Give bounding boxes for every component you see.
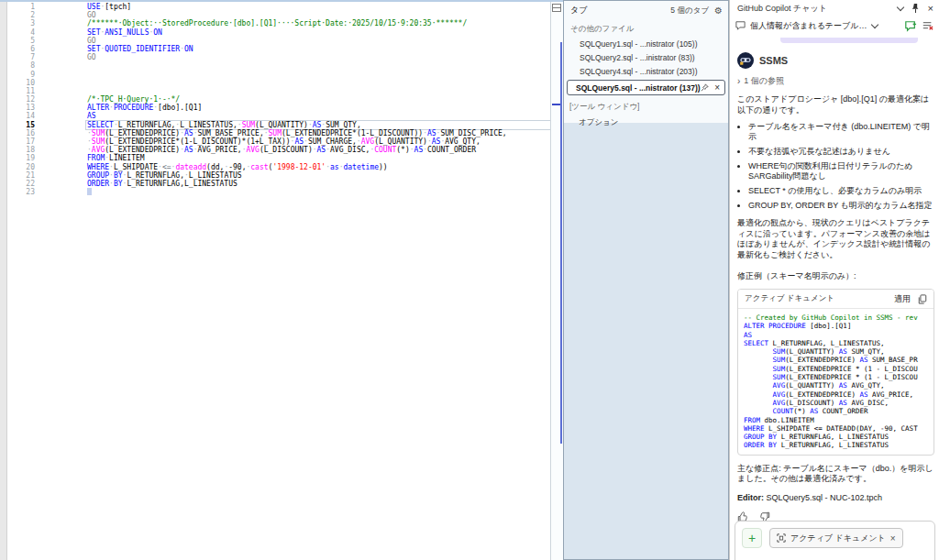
chat-history-dropdown[interactable]: 個人情報が含まれるテーブルはありますか？ [730, 16, 939, 35]
tabs-panel: タブ 5 個のタブ ⚙ その他のファイル SQLQuery1.sql - ...… [563, 0, 729, 560]
bullet-item: 不要な括弧や冗長な記述はありません [748, 147, 934, 157]
tab-item-options[interactable]: オプション [564, 115, 728, 131]
code-line: SELECT L_RETURNFLAG, L_LINESTATUS, [744, 339, 928, 347]
code-line: USE·[tpch] [87, 3, 507, 11]
pin-icon[interactable] [911, 4, 920, 13]
code-lines[interactable]: USE·[tpch]GO/******·Object:··StoredProce… [87, 3, 507, 196]
line-number: 4 [8, 28, 35, 37]
code-line: ALTER PROCEDURE [dbo].[Q1] [744, 322, 928, 330]
code-line: ·SUM(L_EXTENDEDPRICE)·AS·SUM_BASE_PRICE,… [87, 129, 507, 137]
active-document-chip[interactable]: アクティブ ドキュメント × [769, 528, 903, 548]
code-line: /******·Object:··StoredProcedure·[dbo].[… [87, 19, 507, 27]
code-line: SUM(L_EXTENDEDPRICE) AS SUM_BASE_PR [744, 356, 928, 364]
chevron-down-icon[interactable] [871, 20, 878, 27]
code-line: SUM(L_EXTENDEDPRICE * (1 - L_DISCOU [744, 365, 928, 373]
line-number: 19 [8, 154, 35, 162]
line-number: 8 [8, 61, 35, 70]
tab-item[interactable]: SQLQuery1.sql - ...nistrator (105)) [564, 37, 728, 50]
clear-chat-history-icon[interactable] [922, 20, 933, 31]
code-line [87, 79, 507, 87]
code-line: AS [87, 112, 507, 120]
code-line: AVG(L_QUANTITY) AS AVG_QTY, [744, 381, 928, 390]
line-number: 13 [8, 104, 35, 112]
editor-vertical-scrollbar[interactable] [550, 2, 563, 560]
line-number: 9 [8, 71, 35, 79]
tab-items: SQLQuery1.sql - ...nistrator (105))SQLQu… [564, 37, 728, 78]
code-line [87, 188, 507, 196]
code-line: ORDER BY L_RETURNFLAG, L_LINESTATUS [744, 441, 928, 449]
editor-reference-label: Editor: [737, 493, 764, 502]
bullet-item: テーブル名をスキーマ付き (dbo.LINEITEM) で明示 [748, 122, 934, 142]
code-line: ·SUM(L_EXTENDEDPRICE*(1-L_DISCOUNT)*(1+L… [87, 137, 507, 146]
tab-item[interactable]: SQLQuery2.sql - ...inistrator (83)) [564, 50, 728, 64]
sql-editor[interactable]: 1234567891011121314151617181920212223 US… [0, 0, 550, 560]
line-number: 22 [8, 180, 35, 188]
bullet-item: SELECT * の使用なし、必要なカラムのみ明示 [748, 186, 934, 196]
assistant-header: SSMS [737, 52, 934, 69]
code-line: WHERE·L_SHIPDATE·<=·dateadd(dd,·-90,·cas… [87, 163, 507, 171]
tab-item[interactable]: SQLQuery4.sql - ...nistrator (203)) [564, 64, 728, 78]
code-line: SELECT·L_RETURNFLAG,·L_LINESTATUS,·SUM(L… [87, 121, 507, 129]
code-line [87, 61, 507, 70]
references-toggle[interactable]: › 1 個の参照 [737, 75, 934, 87]
line-number: 2 [8, 11, 35, 19]
line-number: 1 [8, 3, 35, 11]
speech-bubble-icon [735, 21, 746, 30]
code-line: GO [87, 37, 507, 45]
code-line: FROM·LINEITEM [87, 154, 507, 162]
selected-tab-label: SQLQuery5.sql - ...nistrator (137)) [576, 83, 701, 93]
close-tab-icon[interactable]: × [714, 82, 720, 93]
chevron-right-icon: › [737, 78, 740, 85]
code-line: ALTER·PROCEDURE·[dbo].[Q1] [87, 104, 507, 112]
line-number: 10 [8, 79, 35, 87]
tabs-section-other-files: その他のファイル [564, 18, 728, 37]
chat-history-selected-question: 個人情報が含まれるテーブルはありますか？ [750, 20, 867, 32]
code-line: COUNT(*) AS COUNT_ORDER [744, 407, 928, 415]
line-numbers: 1234567891011121314151617181920212223 [8, 3, 35, 196]
copilot-chat-panel: GitHub Copilot チャット × 個人情報が含まれるテーブルはあります… [729, 0, 939, 560]
chevron-down-icon[interactable] [896, 3, 903, 10]
remove-chip-icon[interactable]: × [890, 533, 896, 544]
document-scan-icon [777, 533, 786, 543]
tab-item-selected[interactable]: SQLQuery5.sql - ...nistrator (137)) × [567, 80, 725, 95]
user-message-bubble-edge [780, 38, 918, 43]
line-number: 3 [8, 19, 35, 27]
references-label: 1 個の参照 [744, 75, 784, 87]
line-number: 7 [8, 53, 35, 61]
code-line: GO [87, 53, 507, 61]
copilot-panel-title: GitHub Copilot チャット [737, 3, 827, 15]
code-line: SET·QUOTED_IDENTIFIER·ON [87, 45, 507, 53]
code-line: /*·TPC_H·Query·1·-·*/ [87, 95, 507, 104]
summary-paragraph: 最適化の観点から、現状のクエリはベストプラクティスに沿っています。パフォーマンス… [737, 218, 934, 260]
editor-top-edge [0, 0, 563, 2]
scrollbar-caret-marker [552, 104, 560, 105]
line-number: 15 [8, 121, 35, 129]
editor-split-handle-icon[interactable] [552, 4, 561, 12]
line-number: 21 [8, 171, 35, 180]
add-context-button[interactable]: + [742, 528, 762, 548]
code-line: ·AVG(L_EXTENDEDPRICE)·AS·AVG_PRICE,·AVG(… [87, 146, 507, 154]
gear-icon[interactable]: ⚙ [714, 6, 723, 16]
apply-button[interactable]: 適用 [894, 293, 911, 305]
assistant-name: SSMS [759, 55, 788, 66]
chat-input-box[interactable]: + アクティブ ドキュメント × [735, 521, 935, 560]
code-line [87, 71, 507, 79]
code-suggestion-card: アクティブ ドキュメント 適用 -- Created by GitHub Cop… [737, 289, 934, 456]
line-number: 5 [8, 37, 35, 45]
code-line: FROM dbo.LINEITEM [744, 416, 928, 424]
tabs-panel-title: タブ [570, 5, 587, 16]
copilot-avatar [737, 52, 754, 69]
close-panel-icon[interactable]: × [928, 4, 933, 14]
new-chat-icon[interactable] [904, 20, 917, 32]
code-card-body[interactable]: -- Created by GitHub Copilot in SSMS - r… [738, 309, 933, 455]
line-number: 11 [8, 87, 35, 95]
code-line: -- Created by GitHub Copilot in SSMS - r… [744, 313, 928, 322]
copy-icon[interactable] [918, 294, 927, 304]
code-line: SUM(L_EXTENDEDPRICE * (1 - L_DISCOU [744, 373, 928, 381]
tabs-count-label: 5 個のタブ [670, 5, 709, 16]
pin-icon[interactable] [701, 83, 709, 92]
main-fix-note: 主な修正点: テーブル名にスキーマ（dbo.）を明示しました。その他は最適化済み… [737, 464, 934, 485]
scrollbar-thumb[interactable] [560, 42, 562, 444]
editor-reference: Editor: SQLQuery5.sql - NUC-102.tpch [737, 493, 934, 502]
line-number: 18 [8, 146, 35, 154]
